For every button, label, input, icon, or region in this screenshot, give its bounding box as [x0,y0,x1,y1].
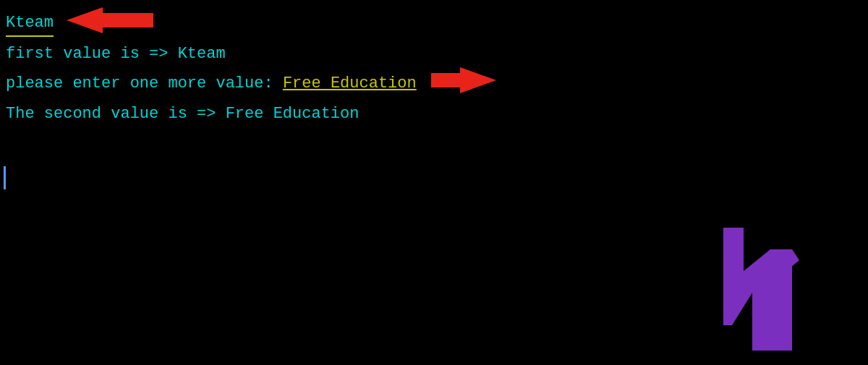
terminal-line-3: please enter one more value: Free Educat… [6,67,862,101]
hackerrank-logo [716,220,810,351]
prompt-text: please enter one more value: [6,72,283,95]
free-education-input: Free Education [283,72,417,95]
terminal-line-4: The second value is => Free Education [6,103,862,126]
arrow-left-icon [67,7,153,41]
first-value-text: first value is => Kteam [6,43,226,66]
kteam-value: Kteam [6,12,54,37]
terminal-line-2: first value is => Kteam [6,43,862,66]
svg-marker-2 [723,228,770,351]
cursor-indicator [4,166,6,189]
second-value-text: The second value is => Free Education [6,103,359,126]
terminal-line-1: Kteam [6,7,862,41]
svg-marker-0 [67,7,153,33]
terminal-window: Kteam first value is => Kteam please ent… [0,0,868,365]
svg-marker-1 [431,67,496,93]
arrow-right-icon [431,67,496,101]
